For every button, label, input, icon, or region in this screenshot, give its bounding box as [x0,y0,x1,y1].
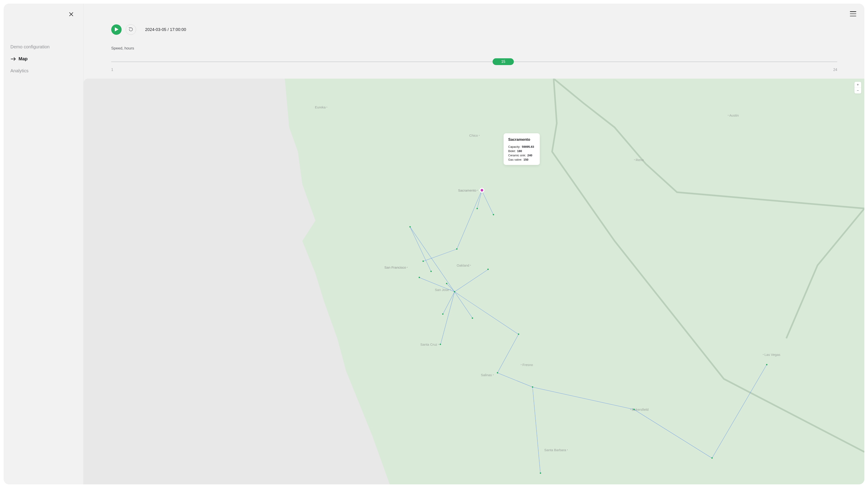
city-label: Sacramento [458,188,478,192]
map-node[interactable] [472,318,473,319]
map-node[interactable] [540,473,541,474]
tooltip-value: 59895.83 [522,145,534,149]
minus-icon: − [857,89,859,92]
city-label: San Francisco [384,265,408,269]
city-label: Chico [469,133,479,137]
map-canvas[interactable]: Sacramento Capacity: 59895.83 Bidet: 180… [84,78,864,484]
tooltip-row: Bidet: 180 [508,149,535,153]
map-node[interactable] [442,313,443,315]
speed-label: Speed, hours [111,46,837,51]
tooltip-value: 180 [517,149,522,153]
play-button[interactable] [111,24,122,35]
map-node[interactable] [418,277,420,278]
timestamp: 2024-03-05 / 17:00:00 [145,27,186,32]
plus-icon: + [857,83,859,87]
city-label: San Jose [435,288,451,291]
map-node[interactable] [766,364,767,365]
hamburger-icon [850,16,856,17]
hamburger-icon [850,13,856,14]
tooltip-value: 150 [524,158,528,162]
map-node[interactable] [518,333,519,335]
tooltip-key: Capacity: [508,145,520,149]
slider-thumb[interactable]: 15 [493,58,514,65]
city-tooltip: Sacramento Capacity: 59895.83 Bidet: 180… [504,133,540,165]
map-node[interactable] [409,226,411,228]
city-label: Santa Cruz [421,343,439,346]
map-node[interactable] [487,269,489,270]
nav-label: Demo configuration [10,44,50,50]
arrow-right-icon [10,57,16,61]
city-label: Las Vegas [763,353,780,357]
hamburger-icon [850,11,856,12]
speed-slider[interactable]: 15 [111,58,837,65]
reload-button[interactable] [126,24,136,35]
map-node[interactable] [430,271,432,272]
slider-max: 24 [833,68,837,72]
nav-label: Map [19,56,28,61]
reload-icon [128,27,133,33]
sidebar-item-map[interactable]: Map [10,55,77,62]
tooltip-value: 240 [527,153,532,158]
map-node[interactable] [440,344,441,345]
svg-marker-5 [115,27,119,31]
city-label: Fresno [521,363,533,367]
slider-track [111,62,837,62]
tooltip-row: Capacity: 59895.83 [508,145,535,149]
city-label: Austin [728,113,739,117]
sidebar-item-analytics[interactable]: Analytics [10,67,77,74]
slider-min: 1 [111,68,113,72]
zoom-out-button[interactable]: − [855,88,861,94]
map-node[interactable] [711,457,713,459]
city-label: Salinas [481,373,493,377]
map-node[interactable] [476,208,478,209]
map-node[interactable] [633,409,635,410]
city-label: Reno [634,158,644,162]
map-node[interactable] [532,386,533,388]
sidebar-nav: Demo configuration Map Analytics [10,43,77,74]
map-node[interactable] [493,214,494,215]
city-label: Eureka [315,105,327,109]
map-node[interactable] [456,248,458,250]
sidebar: Demo configuration Map Analytics [4,4,84,484]
city-label: Oakland [457,263,471,267]
nav-label: Analytics [10,68,29,73]
city-label: Bakersfield [630,408,649,411]
zoom-controls: + − [855,82,861,94]
close-icon [68,14,74,18]
menu-button[interactable] [850,11,856,16]
tooltip-row: Gas valve: 150 [508,158,535,162]
map-node[interactable] [454,291,455,292]
close-button[interactable] [67,10,75,19]
tooltip-title: Sacramento [508,137,535,142]
sidebar-item-demo-configuration[interactable]: Demo configuration [10,43,77,51]
tooltip-key: Ceramic sink: [508,153,526,158]
slider-value: 15 [501,60,505,64]
zoom-in-button[interactable]: + [855,82,861,88]
map-node[interactable] [497,372,498,373]
tooltip-row: Ceramic sink: 240 [508,153,535,158]
map-node[interactable] [446,283,447,284]
tooltip-key: Bidet: [508,149,516,153]
map-node[interactable] [423,260,424,262]
tooltip-key: Gas valve: [508,158,522,162]
city-label: Santa Barbara [544,448,568,452]
play-icon [114,27,119,32]
main-content: 2024-03-05 / 17:00:00 Speed, hours 15 1 … [84,4,864,484]
map-node-selected[interactable] [479,188,485,193]
